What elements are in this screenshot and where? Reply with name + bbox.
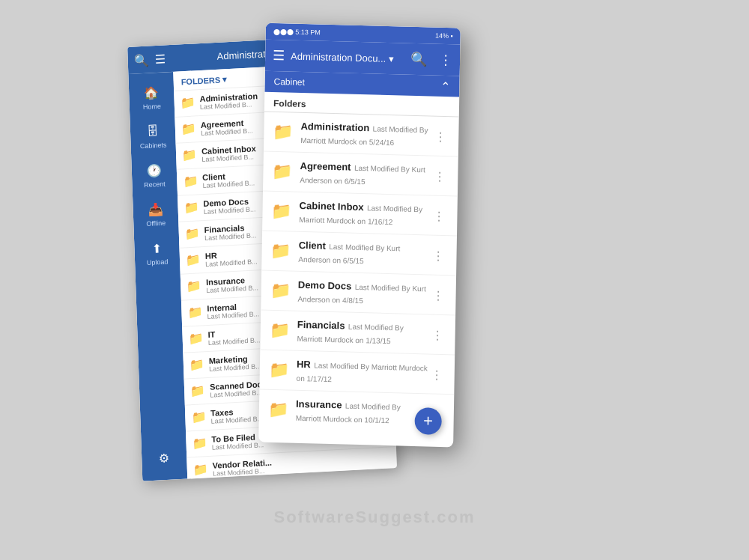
mobile-folder-icon: 📁 — [270, 241, 291, 261]
sidebar-label-offline: Offline — [146, 219, 166, 228]
folder-meta: Last Modified B... — [204, 205, 256, 216]
mobile-folder-item[interactable]: 📁 Demo Docs Last Modified By Kurt Anders… — [261, 271, 456, 316]
mobile-menu-icon[interactable]: ☰ — [273, 47, 285, 64]
mobile-folder-name: HR — [297, 359, 311, 370]
more-options-icon[interactable]: ⋮ — [428, 327, 446, 342]
sidebar-label-cabinets: Cabinets — [140, 141, 167, 150]
mobile-folder-list: 📁 Administration Last Modified By Marrio… — [259, 112, 459, 432]
mobile-folder-text: Administration Last Modified By Marriott… — [300, 119, 432, 150]
more-options-icon[interactable]: ⋮ — [430, 208, 448, 223]
sidebar-label-upload: Upload — [147, 258, 169, 267]
folder-text: Vendor Relati... Last Modified B... — [212, 458, 272, 478]
folder-text: Internal Last Modified B... — [207, 301, 259, 320]
status-right: 14% ▪ — [435, 32, 453, 40]
mobile-folder-name: Demo Docs — [298, 279, 352, 292]
mobile-folder-item[interactable]: 📁 Agreement Last Modified By Kurt Anders… — [263, 152, 458, 197]
folder-icon: 📁 — [187, 305, 203, 320]
folder-text: Marketing Last Modified B... — [209, 353, 261, 373]
offline-icon: 📥 — [146, 200, 165, 219]
mobile-folder-text: Demo Docs Last Modified By Kurt Anderson… — [297, 278, 429, 308]
mobile-folder-text: Client Last Modified By Kurt Anderson on… — [298, 238, 430, 269]
mobile-app: ⬤⬤⬤ 5:13 PM 14% ▪ ☰ Administration Docu.… — [258, 23, 461, 448]
folder-meta: Last Modified B... — [210, 415, 263, 425]
sidebar-item-cabinets[interactable]: 🗄 Cabinets — [130, 117, 176, 155]
folder-text: To Be Filed Last Modified B... — [211, 432, 264, 451]
mobile-folder-icon: 📁 — [269, 360, 289, 380]
sidebar-item-upload[interactable]: ⬆ Upload — [134, 234, 181, 272]
folder-meta: Last Modified B... — [209, 362, 261, 373]
sidebar-item-recent[interactable]: 🕐 Recent — [131, 156, 178, 194]
search-icon[interactable]: 🔍 — [133, 52, 149, 67]
more-options-icon[interactable]: ⋮ — [431, 168, 449, 183]
mobile-folder-text: Agreement Last Modified By Kurt Anderson… — [300, 159, 431, 189]
mobile-folder-text: HR Last Modified By Marriott Murdock on … — [297, 357, 428, 388]
mobile-folder-icon: 📁 — [273, 122, 293, 142]
folder-text: Client Last Modified B... — [202, 170, 255, 189]
sidebar-item-offline[interactable]: 📥 Offline — [133, 195, 179, 233]
mobile-folder-icon: 📁 — [271, 201, 291, 222]
folder-text: IT Last Modified B... — [207, 327, 260, 347]
mobile-collapse-icon[interactable]: ⌃ — [440, 79, 450, 93]
mobile-folder-text: Insurance Last Modified By Marriott Murd… — [296, 397, 428, 427]
mobile-search-icon[interactable]: 🔍 — [410, 51, 427, 68]
mobile-folder-item[interactable]: 📁 HR Last Modified By Marriott Murdock o… — [259, 350, 455, 395]
folder-icon: 📁 — [184, 200, 199, 215]
recent-icon: 🕐 — [145, 161, 163, 180]
sidebar-label-recent: Recent — [144, 180, 166, 189]
menu-icon[interactable]: ☰ — [154, 52, 166, 67]
mobile-cabinet-label: Cabinet — [273, 76, 305, 88]
folder-icon: 📁 — [185, 226, 201, 241]
folder-text: Agreement Last Modified B... — [201, 118, 253, 137]
folder-icon: 📁 — [182, 147, 198, 162]
more-options-icon[interactable]: ⋮ — [429, 248, 447, 263]
mobile-folder-name: Insurance — [296, 398, 342, 411]
mobile-folder-name: Agreement — [300, 160, 351, 173]
folder-icon: 📁 — [193, 462, 209, 477]
mobile-folder-item[interactable]: 📁 Client Last Modified By Kurt Anderson … — [261, 231, 457, 276]
folder-text: Taxes Last Modified B... — [210, 406, 263, 425]
mobile-folder-name: Client — [299, 240, 326, 252]
more-options-icon[interactable]: ⋮ — [428, 367, 446, 382]
folder-icon: 📁 — [188, 331, 204, 346]
more-options-icon[interactable]: ⋮ — [428, 287, 446, 302]
sidebar-bottom: ⚙ — [142, 443, 188, 481]
folder-icon: 📁 — [186, 252, 201, 267]
home-icon: 🏠 — [142, 83, 161, 102]
folder-icon: 📁 — [192, 436, 207, 451]
mobile-folder-name: Financials — [297, 319, 345, 332]
folder-text: Demo Docs Last Modified B... — [203, 196, 255, 216]
mobile-folder-item[interactable]: 📁 Cabinet Inbox Last Modified By Marriot… — [262, 192, 458, 237]
more-options-icon[interactable]: ⋮ — [431, 129, 449, 144]
mobile-folder-name: Administration — [300, 121, 369, 133]
mobile-toolbar: ☰ Administration Docu... ▾ 🔍 ⋮ — [265, 40, 461, 76]
folder-icon: 📁 — [181, 121, 197, 136]
mobile-folder-meta: Last Modified By Marriott Murdock on 1/1… — [297, 361, 428, 383]
folder-meta: Last Modified B... — [206, 284, 258, 294]
folder-text: Cabinet Inbox Last Modified B... — [201, 144, 256, 163]
upload-icon: ⬆ — [148, 239, 166, 258]
settings-icon: ⚙ — [155, 448, 174, 467]
folder-icon: 📁 — [187, 279, 202, 293]
mobile-more-icon[interactable]: ⋮ — [439, 52, 452, 68]
folder-meta: Last Modified B... — [201, 127, 253, 137]
folder-icon: 📁 — [191, 410, 207, 424]
status-left: ⬤⬤⬤ 5:13 PM — [273, 28, 321, 37]
folder-icon: 📁 — [189, 357, 205, 372]
mobile-folder-icon: 📁 — [272, 162, 292, 182]
folder-text: Administration Last Modified B... — [199, 91, 258, 111]
mobile-folder-item[interactable]: 📁 Financials Last Modified By Marriott M… — [260, 311, 455, 356]
sidebar-item-home[interactable]: 🏠 Home — [129, 78, 175, 116]
sidebar-item-settings[interactable]: ⚙ — [142, 443, 187, 472]
mobile-folder-text: Cabinet Inbox Last Modified By Marriott … — [299, 198, 431, 229]
folder-text: Insurance Last Modified B... — [206, 275, 258, 294]
folder-icon: 📁 — [190, 383, 206, 398]
sidebar-label-home: Home — [143, 103, 161, 111]
folder-text: Financials Last Modified B... — [204, 222, 256, 242]
folder-text: HR Last Modified B... — [205, 249, 258, 268]
mobile-folder-name: Cabinet Inbox — [300, 200, 364, 213]
mobile-toolbar-title: Administration Docu... ▾ — [291, 50, 404, 64]
watermark: SoftwareSuggest.com — [273, 508, 475, 527]
folder-icon: 📁 — [183, 174, 198, 189]
mobile-folder-text: Financials Last Modified By Marriott Mur… — [297, 317, 428, 348]
mobile-folder-item[interactable]: 📁 Administration Last Modified By Marrio… — [264, 112, 459, 157]
